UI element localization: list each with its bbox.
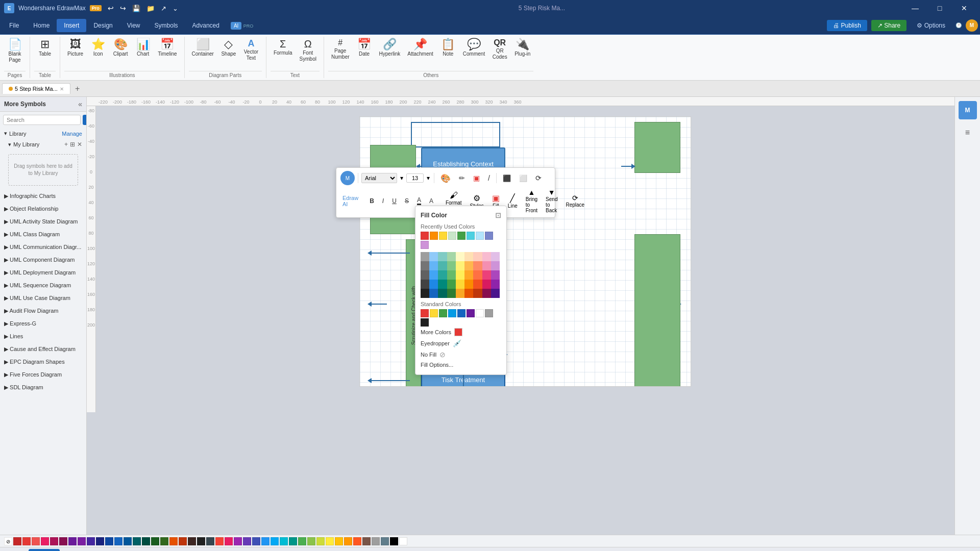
chart-button[interactable]: 📊 Chart <box>132 37 154 59</box>
text-highlight-button[interactable]: A <box>426 196 436 206</box>
gradient-cell[interactable] <box>473 261 482 270</box>
text-color-button[interactable]: A <box>414 195 424 207</box>
search-input[interactable] <box>3 115 81 125</box>
top-outline-rect[interactable] <box>411 122 500 147</box>
plugin-button[interactable]: 🔌 Plug-in <box>511 37 533 59</box>
sidebar-item-cause-effect[interactable]: ▶ Cause and Effect Diagram ✕ <box>0 343 86 356</box>
sidebar-item-uml-class[interactable]: ▶ UML Class Diagram ✕ <box>0 228 86 241</box>
gradient-cell[interactable] <box>438 280 447 289</box>
color-swatch-black[interactable] <box>421 318 429 327</box>
shape-button[interactable]: ◇ Shape <box>218 37 239 59</box>
share-button[interactable]: ↗ Share <box>871 20 906 31</box>
gradient-cell[interactable] <box>473 289 482 298</box>
menu-view[interactable]: View <box>120 19 148 32</box>
sidebar-item-object-relationship[interactable]: ▶ Object Relationship ✕ <box>0 203 86 215</box>
timeline-button[interactable]: 📅 Timeline <box>155 37 180 59</box>
gradient-cell[interactable] <box>438 289 447 298</box>
menu-design[interactable]: Design <box>86 19 119 32</box>
gradient-cell[interactable] <box>429 270 438 280</box>
color-swatch-30[interactable] <box>280 537 288 545</box>
edraw-ai-label[interactable]: Edraw AI <box>340 194 360 208</box>
color-swatch[interactable] <box>439 232 447 240</box>
diagram-canvas[interactable]: Establishing Context Id <box>359 116 691 387</box>
color-swatch-blue[interactable] <box>457 309 465 317</box>
gradient-cell[interactable] <box>482 252 491 261</box>
color-swatch-10[interactable] <box>96 537 104 545</box>
font-select[interactable]: Arial <box>361 173 397 183</box>
color-swatch-31[interactable] <box>289 537 297 545</box>
gradient-cell[interactable] <box>421 261 429 270</box>
page-number-button[interactable]: # PageNumber <box>328 37 353 62</box>
sidebar-item-lines[interactable]: ▶ Lines ✕ <box>0 330 86 343</box>
page-add-button[interactable]: + <box>64 549 68 552</box>
search-button[interactable]: Search <box>83 115 87 125</box>
right-panel-ai-button[interactable]: M <box>959 101 977 119</box>
sidebar-item-epc[interactable]: ▶ EPC Diagram Shapes ✕ <box>0 356 86 368</box>
color-swatch-9[interactable] <box>87 537 95 545</box>
edraw-ai-button[interactable]: M <box>340 171 355 185</box>
color-swatch-1[interactable] <box>13 537 21 545</box>
color-swatch-6[interactable] <box>59 537 67 545</box>
menu-advanced[interactable]: Advanced <box>185 19 227 32</box>
note-button[interactable]: 📋 Note <box>437 37 459 59</box>
share-small-button[interactable]: ↗ <box>159 4 168 13</box>
sidebar-item-uml-usecase[interactable]: ▶ UML Use Case Diagram ✕ <box>0 292 86 305</box>
document-tab[interactable]: 5 Step Risk Ma... ✕ <box>2 83 70 94</box>
color-bar-no-fill[interactable]: ⊘ <box>4 537 12 545</box>
color-swatch-20[interactable] <box>188 537 196 545</box>
gradient-cell[interactable] <box>482 289 491 298</box>
maximize-button[interactable]: □ <box>928 0 951 16</box>
color-swatch-15[interactable] <box>142 537 150 545</box>
gradient-cell[interactable] <box>456 261 464 270</box>
color-swatch-32[interactable] <box>298 537 306 545</box>
color-swatch-16[interactable] <box>151 537 159 545</box>
menu-insert[interactable]: Insert <box>57 19 86 32</box>
my-library-close-button[interactable]: ✕ <box>77 141 82 148</box>
color-swatch-24[interactable] <box>225 537 233 545</box>
color-swatch-25[interactable] <box>234 537 242 545</box>
manage-button[interactable]: Manage <box>62 131 82 137</box>
color-swatch-26[interactable] <box>243 537 251 545</box>
sidebar-item-uml-activity[interactable]: ▶ UML Activity State Diagram ✕ <box>0 215 86 228</box>
color-swatch-white[interactable] <box>476 309 484 317</box>
sidebar-item-uml-communication[interactable]: ▶ UML Communication Diagr... ✕ <box>0 241 86 254</box>
line-color-button[interactable]: / <box>485 172 493 184</box>
ai-button[interactable]: AI PRO <box>227 20 257 31</box>
gradient-cell[interactable] <box>447 252 456 261</box>
color-swatch[interactable] <box>421 241 429 249</box>
tab-add-button[interactable]: + <box>71 83 84 95</box>
color-swatch-orange[interactable] <box>430 309 438 317</box>
color-swatch-43[interactable] <box>399 537 407 545</box>
gradient-cell[interactable] <box>464 261 473 270</box>
color-swatch-purple[interactable] <box>467 309 475 317</box>
close-button[interactable]: ✕ <box>952 0 976 16</box>
color-swatch-40[interactable] <box>372 537 380 545</box>
gradient-cell[interactable] <box>429 289 438 298</box>
vector-text-button[interactable]: A VectorText <box>240 37 262 63</box>
gradient-cell[interactable] <box>429 252 438 261</box>
table-button[interactable]: ⊞ Table <box>34 37 56 59</box>
color-swatch-gray[interactable] <box>485 309 493 317</box>
sidebar-item-five-forces[interactable]: ▶ Five Forces Diagram ✕ <box>0 368 86 381</box>
color-swatch-4[interactable] <box>41 537 49 545</box>
sidebar-item-express-g[interactable]: ▶ Express-G ✕ <box>0 317 86 330</box>
publish-button[interactable]: 🖨 Publish <box>827 20 867 31</box>
clipart-button[interactable]: 🎨 Clipart <box>110 37 131 59</box>
color-swatch-13[interactable] <box>124 537 132 545</box>
fill-panel-close-button[interactable]: ⊡ <box>495 211 501 219</box>
picture-button[interactable]: 🖼 Picture <box>64 37 86 59</box>
date-button[interactable]: 📅 Date <box>354 37 375 59</box>
fill-color-toolbar-button[interactable]: 🎨 <box>437 172 454 185</box>
gradient-cell[interactable] <box>447 261 456 270</box>
page-tab-1[interactable]: Page-1 <box>29 549 60 552</box>
my-library-label[interactable]: ▾ My Library <box>8 141 39 148</box>
gradient-cell[interactable] <box>429 280 438 289</box>
gradient-cell[interactable] <box>456 252 464 261</box>
color-swatch-7[interactable] <box>68 537 77 545</box>
fill-bucket-button[interactable]: ▣ <box>470 172 483 184</box>
underline-button[interactable]: U <box>389 196 400 206</box>
open-button[interactable]: 📁 <box>144 4 157 13</box>
tab-close-button[interactable]: ✕ <box>60 86 64 92</box>
more-colors-option[interactable]: More Colors <box>421 327 501 338</box>
color-swatch-39[interactable] <box>362 537 371 545</box>
